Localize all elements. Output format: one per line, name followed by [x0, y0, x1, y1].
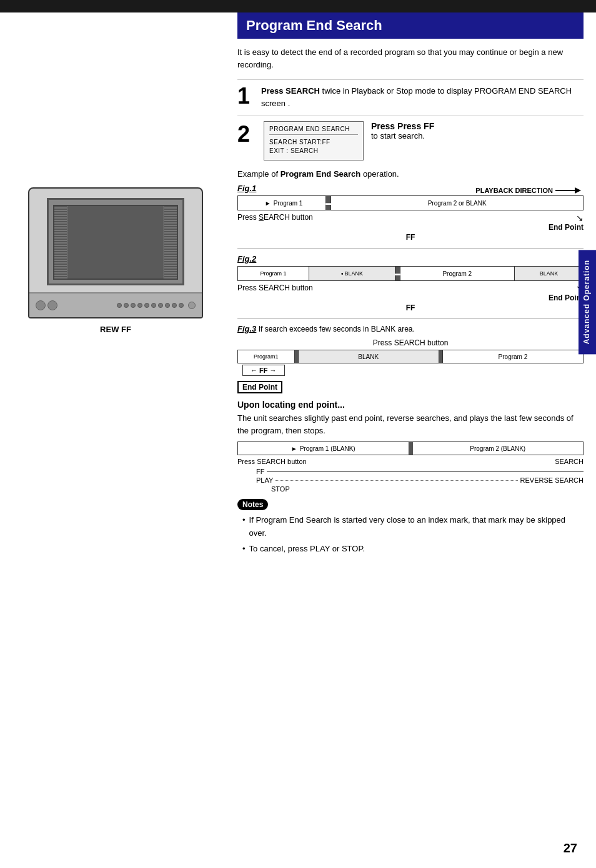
step-2-sub: to start search. [371, 131, 434, 141]
fig-3-end-point: End Point [237, 381, 282, 393]
fig-1-end-area: ↘ End Point [549, 213, 584, 232]
fig-1-label: Fig.1 [237, 184, 256, 193]
step-1: 1 Press SEARCH twice in Playback or Stop… [237, 85, 584, 109]
upon-seg-arrow: ► Program 1 (BLANK) [238, 442, 409, 455]
screen-line-2: EXIT : SEARCH [269, 147, 358, 154]
vcr-body [28, 187, 203, 318]
notes-text-2: To cancel, press PLAY or STOP. [249, 543, 365, 556]
fig-1-action: Press SEARCH button [237, 213, 313, 222]
example-label: Example of Program End Search operation. [237, 169, 584, 179]
notes-text-1: If Program End Search is started very cl… [249, 514, 584, 540]
upon-text: The unit searches slightly past end poin… [237, 412, 584, 436]
fig-1-prog2: Program 2 or BLANK [331, 196, 583, 210]
intro-text: It is easy to detect the end of a record… [237, 46, 584, 71]
step-2-number: 2 [237, 121, 256, 147]
fig-3-ff-box: ← FF → [242, 365, 285, 376]
right-column: Program End Search It is easy to detect … [231, 0, 596, 868]
fig-1-ff: FF [237, 233, 584, 242]
fig-2-label: Fig.2 [237, 254, 256, 264]
fig-2-ff: FF [237, 303, 584, 312]
vcr-label: REW FF [28, 325, 203, 334]
step-2-instruction-area: Press Press FF to start search. [371, 121, 434, 141]
vcr-btn-2 [47, 300, 57, 310]
notes-badge: Notes [237, 499, 268, 510]
fig-1-end-point: End Point [549, 223, 584, 232]
fig-3-description: If search exceeds few seconds in BLANK a… [259, 325, 415, 333]
fig-3-tape: Program1 BLANK Program 2 [237, 350, 584, 363]
vcr-front-panel [29, 292, 202, 317]
fig-3-prog1: Program1 [238, 350, 295, 363]
ff-label: Press FF [397, 121, 434, 131]
fig-2-action-row: Press SEARCH button ↘ End Point [237, 284, 584, 302]
upon-stop: STOP [271, 485, 290, 493]
vcr-screen [47, 198, 184, 285]
notes-list: • If Program End Search is started very … [237, 514, 584, 555]
arrow-right-icon [555, 190, 580, 191]
upon-reverse: REVERSE SEARCH [520, 476, 584, 484]
vcr-screen-inner [53, 205, 178, 280]
fig-3: Fig.3 If search exceeds few seconds in B… [237, 324, 584, 393]
step-1-content: Press SEARCH twice in Playback or Stop m… [261, 86, 572, 108]
fig-1-tape: ► Program 1 ▬ Program 2 or BLANK [237, 195, 584, 210]
screen-line-1: SEARCH START:FF [269, 139, 358, 145]
upon-prog1: Program 1 (BLANK) [300, 445, 355, 452]
fig-2-marker: ▬ [395, 267, 400, 280]
fig-2-action: Press SEARCH button [237, 284, 313, 292]
fig-3-ff-label: FF [259, 367, 267, 374]
fig-1-prog1: Program 1 [274, 200, 303, 207]
step-2: 2 PROGRAM END SEARCH SEARCH START:FF EXI… [237, 116, 584, 160]
fig-3-text: Fig.3 If search exceeds few seconds in B… [237, 324, 584, 336]
page-number: 27 [564, 841, 577, 856]
fig-1-action-row: Press SEARCH button ↘ End Point [237, 213, 584, 232]
fig-3-prog2: Program 2 [443, 350, 583, 363]
step-1-text: Press SEARCH twice in Playback or Stop m… [261, 85, 584, 109]
fig-3-arrow-r: → [270, 367, 277, 374]
upon-ff: FF [256, 468, 264, 475]
fig-2-prog1: Program 1 [238, 267, 309, 280]
upon-title: Upon locating end point... [237, 400, 584, 410]
notes-item-1: • If Program End Search is started very … [242, 514, 584, 540]
fig-1: Fig.1 PLAYBACK DIRECTION ► Program 1 ▬ P… [237, 184, 584, 242]
upon-prog2: Program 2 (BLANK) [413, 442, 584, 455]
upon-play: PLAY [256, 476, 273, 484]
vcr-illustration: REW FF [28, 187, 203, 334]
fig-3-blank: BLANK [299, 350, 439, 363]
left-column: REW FF [0, 0, 231, 868]
upon-search-label: SEARCH [555, 458, 584, 465]
fig-2-prog2: Program 2 [400, 267, 515, 280]
upon-flow-ff: FF [256, 468, 584, 475]
upon-flow-play: PLAY REVERSE SEARCH [256, 476, 584, 484]
fig-1-marker: ▬ [326, 196, 331, 210]
page-title: Program End Search [237, 12, 584, 39]
upon-flow: FF PLAY REVERSE SEARCH STOP [256, 468, 584, 493]
upon-action-row: Press SEARCH button SEARCH [237, 458, 584, 465]
fig-2: Fig.2 Program 1 •BLANK ▬ Program 2 BLANK… [237, 254, 584, 312]
fig-1-arrow-down: ↘ [576, 213, 584, 223]
fig-1-seg-arrow: ► Program 1 [238, 196, 326, 210]
step-2-screen: PROGRAM END SEARCH SEARCH START:FF EXIT … [264, 121, 364, 160]
fig-3-label: Fig.3 [237, 324, 256, 333]
fig-2-blank2: BLANK [515, 267, 583, 280]
playback-direction: PLAYBACK DIRECTION [475, 187, 584, 194]
notes-item-2: • To cancel, press PLAY or STOP. [242, 543, 584, 556]
bullet-2: • [242, 543, 246, 556]
upon-diagram: ► Program 1 (BLANK) Program 2 (BLANK) Pr… [237, 441, 584, 493]
fig-2-blank1: •BLANK [309, 267, 395, 280]
upon-flow-stop: STOP [256, 485, 584, 493]
side-tab: Advanced Operation [579, 250, 596, 354]
step-2-instruction: Press Press FF [371, 121, 434, 131]
fig-3-arrow-l: ← [251, 367, 259, 374]
fig-3-sub: Press SEARCH button [237, 338, 584, 347]
upon-section: Upon locating end point... The unit sear… [237, 400, 584, 493]
fig-2-tape: Program 1 •BLANK ▬ Program 2 BLANK [237, 266, 584, 281]
screen-title: PROGRAM END SEARCH [269, 126, 358, 135]
step-1-number: 1 [237, 85, 256, 109]
notes-section: Notes • If Program End Search is started… [237, 499, 584, 555]
upon-action: Press SEARCH button [237, 458, 307, 465]
bullet-1: • [242, 514, 246, 540]
fig-3-ff-area: ← FF → [242, 365, 584, 376]
vcr-btn-1 [36, 300, 46, 310]
playback-direction-text: PLAYBACK DIRECTION [475, 187, 553, 194]
upon-tape: ► Program 1 (BLANK) Program 2 (BLANK) [237, 441, 584, 455]
